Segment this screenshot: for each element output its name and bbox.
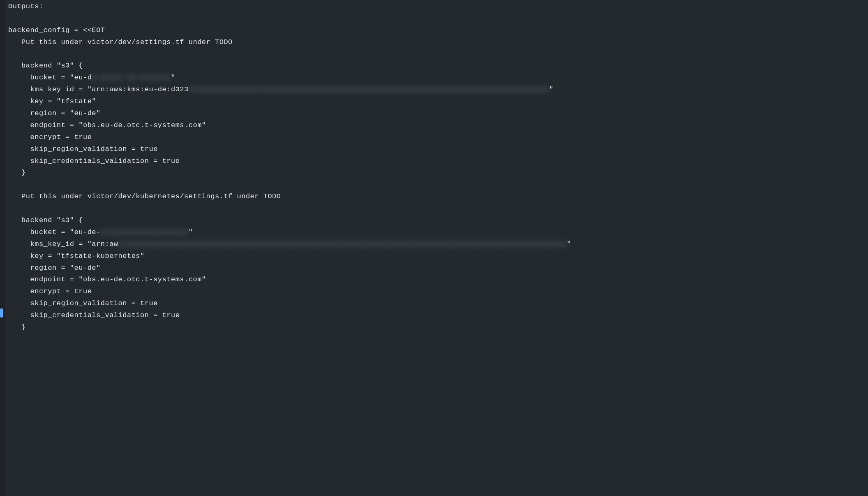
outputs-heading: Outputs: bbox=[8, 1, 868, 13]
gutter-strip bbox=[0, 0, 5, 496]
code-line-25: skip_credentials_validation = true bbox=[8, 310, 868, 322]
code-line-7: key = "tfstate" bbox=[8, 96, 868, 108]
code-line-9: endpoint = "obs.eu-de.otc.t-systems.com" bbox=[8, 120, 868, 132]
code-line-23: encrypt = true bbox=[8, 286, 868, 298]
code-line-8: region = "eu-de" bbox=[8, 108, 868, 120]
code-line-4: backend "s3" { bbox=[8, 60, 868, 72]
code-line-21: region = "eu-de" bbox=[8, 262, 868, 274]
redacted-text: e-xxxxx-xx-xxxxxxx bbox=[92, 72, 171, 84]
code-line-24: skip_region_validation = true bbox=[8, 298, 868, 310]
code-line-17: backend "s3" { bbox=[8, 215, 868, 227]
code-line-19: kms_key_id = "arn:awxxxxxxxxxxxxxxxxxxxx… bbox=[8, 239, 868, 250]
code-block: backend_config = <<EOT Put this under vi… bbox=[8, 13, 868, 334]
code-line-12: skip_credentials_validation = true bbox=[8, 155, 868, 167]
code-line-3 bbox=[8, 49, 868, 60]
code-line-16 bbox=[8, 203, 868, 215]
code-line-1: backend_config = <<EOT bbox=[8, 25, 868, 37]
code-line-13: } bbox=[8, 167, 868, 179]
redacted-text: xxxxxxxxxxxxxxxxxxxxxxxxxxxxxxxxxxxxxxxx… bbox=[118, 239, 567, 250]
code-line-15: Put this under victor/dev/kubernetes/set… bbox=[8, 191, 868, 203]
code-line-20: key = "tfstate-kubernetes" bbox=[8, 250, 868, 262]
redacted-text: xxxxxxxxxxxxxxxxxxxxxxxxxxxxxxxxxxxxxxxx… bbox=[189, 84, 549, 96]
code-line-18: bucket = "eu-de-xxxxxxxxxxxxxxxxxxxx" bbox=[8, 227, 868, 239]
code-line-5: bucket = "eu-de-xxxxx-xx-xxxxxxx" bbox=[8, 72, 868, 84]
code-line-22: endpoint = "obs.eu-de.otc.t-systems.com" bbox=[8, 274, 868, 286]
code-line-26: } bbox=[8, 322, 868, 334]
code-line-11: skip_region_validation = true bbox=[8, 144, 868, 155]
code-line-0 bbox=[8, 13, 868, 25]
code-line-6: kms_key_id = "arn:aws:kms:eu-de:d323xxxx… bbox=[8, 84, 868, 96]
code-line-2: Put this under victor/dev/settings.tf un… bbox=[8, 37, 868, 49]
scroll-indicator[interactable] bbox=[0, 308, 3, 318]
code-line-14 bbox=[8, 179, 868, 191]
code-line-10: encrypt = true bbox=[8, 132, 868, 144]
redacted-text: xxxxxxxxxxxxxxxxxxxx bbox=[101, 227, 189, 239]
